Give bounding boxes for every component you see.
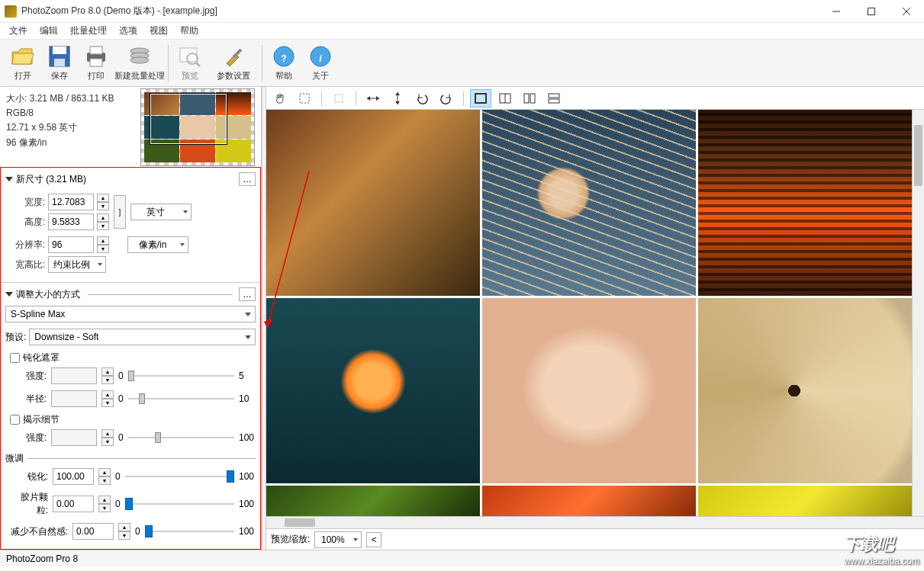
svg-line-15: [196, 63, 200, 66]
unsharp-strength-slider[interactable]: [128, 369, 234, 383]
info-dim: 12.71 x 9.58 英寸: [6, 120, 127, 135]
toolbar-separator: [262, 45, 262, 82]
status-text: PhotoZoom Pro 8: [6, 553, 78, 564]
titlebar: PhotoZoom Pro 8.0 (Demo 版本) - [example.j…: [0, 0, 924, 23]
sharpen-label: 锐化:: [13, 470, 48, 483]
help-button[interactable]: ?帮助: [266, 42, 302, 85]
menu-file[interactable]: 文件: [3, 23, 34, 39]
height-spinner[interactable]: ▲▼: [97, 213, 109, 230]
sharpen-input[interactable]: [53, 468, 94, 485]
crop-button[interactable]: [328, 89, 349, 107]
height-label: 高度:: [13, 216, 45, 229]
info-mode: RGB/8: [6, 106, 127, 120]
menu-view[interactable]: 视图: [143, 23, 174, 39]
view-split-v-button[interactable]: [494, 89, 516, 107]
grain-label: 胶片颗粒:: [13, 491, 48, 517]
view-2col-button[interactable]: [519, 89, 540, 107]
menu-options[interactable]: 选项: [113, 23, 143, 39]
size-unit-combo[interactable]: 英寸: [130, 204, 192, 220]
main-toolbar: 打开 保存 打印 新建批量处理 预览 参数设置 ?帮助 i关于: [0, 40, 924, 87]
grain-slider[interactable]: [125, 497, 234, 511]
unsharp-radius-slider[interactable]: [128, 392, 234, 406]
preview-button[interactable]: 预览: [172, 42, 208, 85]
svg-rect-25: [475, 94, 486, 103]
height-input[interactable]: [48, 213, 94, 230]
menu-edit[interactable]: 编辑: [34, 23, 64, 39]
unsharp-strength-spinner: ▲▼: [101, 367, 114, 384]
reveal-strength-spinner: ▲▼: [101, 429, 114, 446]
width-input[interactable]: [48, 194, 94, 210]
marquee-tool-button[interactable]: [294, 89, 315, 107]
resize-options-button[interactable]: [239, 287, 256, 301]
unnatural-input[interactable]: [72, 523, 114, 540]
resolution-input[interactable]: [48, 236, 94, 253]
maximize-button[interactable]: [854, 0, 889, 23]
tools-icon: [221, 44, 246, 69]
zoom-prev-button[interactable]: <: [366, 532, 382, 547]
svg-rect-8: [90, 47, 102, 54]
horizontal-scrollbar[interactable]: [266, 516, 924, 528]
width-spinner[interactable]: ▲▼: [97, 194, 109, 210]
preview-toolbar: [266, 87, 924, 110]
view-2row-button[interactable]: [543, 89, 565, 107]
navigator-thumbnail[interactable]: [140, 88, 255, 166]
preset-combo[interactable]: Downsize - Soft: [29, 329, 256, 345]
view-single-button[interactable]: [470, 89, 491, 107]
resolution-unit-combo[interactable]: 像素/in: [127, 236, 188, 253]
reveal-strength-slider[interactable]: [128, 431, 234, 444]
magnify-icon: [178, 44, 202, 69]
grain-input[interactable]: [53, 496, 94, 512]
vertical-scrollbar[interactable]: [912, 110, 924, 516]
close-button[interactable]: [889, 0, 924, 23]
sharpen-spinner[interactable]: ▲▼: [98, 468, 111, 485]
minimize-button[interactable]: [819, 0, 854, 23]
svg-rect-6: [54, 59, 65, 66]
unnatural-slider[interactable]: [145, 524, 234, 538]
unnatural-label: 减少不自然感:: [5, 525, 68, 538]
about-button[interactable]: i关于: [302, 42, 339, 85]
collapse-icon[interactable]: [5, 292, 13, 297]
hand-tool-button[interactable]: [269, 89, 291, 107]
flip-h-button[interactable]: [362, 89, 384, 107]
save-button[interactable]: 保存: [41, 42, 78, 85]
image-info: 大小: 3.21 MB / 863.11 KB RGB/8 12.71 x 9.…: [0, 87, 134, 167]
sharpen-slider[interactable]: [125, 470, 234, 483]
svg-rect-28: [524, 94, 529, 103]
reveal-strength-input: [51, 429, 97, 446]
svg-point-12: [130, 57, 149, 63]
menu-batch[interactable]: 批量处理: [64, 23, 113, 39]
preview-footer: 预览缩放: 100% <: [266, 528, 924, 550]
link-aspect-button[interactable]: ]: [114, 195, 126, 229]
svg-rect-1: [868, 8, 875, 14]
print-button[interactable]: 打印: [78, 42, 114, 85]
unnatural-spinner[interactable]: ▲▼: [118, 523, 130, 540]
unsharp-checkbox[interactable]: [10, 353, 20, 363]
menu-help[interactable]: 帮助: [174, 23, 204, 39]
grain-spinner[interactable]: ▲▼: [98, 496, 111, 512]
disk-icon: [47, 44, 72, 69]
svg-rect-31: [549, 99, 559, 103]
flip-v-button[interactable]: [387, 89, 408, 107]
preview-canvas[interactable]: [266, 110, 912, 516]
collapse-icon[interactable]: [5, 177, 13, 181]
new-batch-button[interactable]: 新建批量处理: [114, 42, 165, 85]
zoom-combo[interactable]: 100%: [314, 531, 362, 548]
window-title: PhotoZoom Pro 8.0 (Demo 版本) - [example.j…: [21, 5, 819, 18]
resolution-spinner[interactable]: ▲▼: [97, 236, 109, 253]
reveal-checkbox[interactable]: [10, 415, 20, 425]
open-button[interactable]: 打开: [5, 42, 41, 85]
new-size-options-button[interactable]: [239, 172, 256, 186]
resize-method-combo[interactable]: S-Spline Max: [5, 306, 256, 322]
navigator-viewport[interactable]: [150, 94, 227, 144]
menubar: 文件 编辑 批量处理 选项 视图 帮助: [0, 23, 924, 40]
aspect-combo[interactable]: 约束比例: [48, 256, 106, 273]
question-icon: ?: [272, 44, 296, 69]
status-bar: PhotoZoom Pro 8: [0, 550, 924, 566]
rotate-left-button[interactable]: [411, 89, 433, 107]
unsharp-strength-input: [51, 367, 97, 384]
aspect-label: 宽高比:: [13, 258, 45, 271]
strength-label: 强度:: [13, 370, 47, 383]
settings-button[interactable]: 参数设置: [208, 42, 259, 85]
rotate-right-button[interactable]: [436, 89, 457, 107]
app-icon: [5, 5, 17, 18]
